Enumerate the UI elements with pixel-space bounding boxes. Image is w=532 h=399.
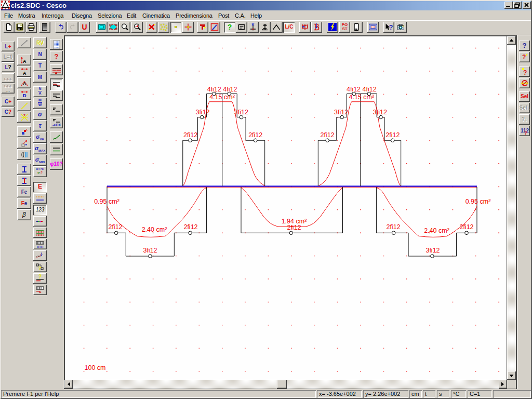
svg-text:2fi12: 2fi12 [386,223,400,231]
svg-text:?: ? [522,54,526,61]
svg-text:A: A [23,71,26,76]
svg-text:2fi12: 2fi12 [459,223,473,231]
svg-text:2fi12: 2fi12 [183,131,197,139]
svg-text:->DXF: ->DXF [52,123,61,127]
svg-text:2.40 cm²: 2.40 cm² [142,226,167,233]
svg-text:2fi12: 2fi12 [385,131,400,139]
svg-text:0.95 cm²: 0.95 cm² [94,198,119,205]
svg-text:3fi12: 3fi12 [334,109,348,116]
svg-text:4.15 cm²: 4.15 cm² [349,94,374,101]
svg-text:3fi12: 3fi12 [373,109,387,116]
svg-text:?: ? [523,69,527,76]
svg-text:3fi12: 3fi12 [195,109,209,116]
svg-text:0.95 cm²: 0.95 cm² [466,198,491,205]
svg-text:?: ? [389,23,393,31]
svg-text:4.15 cm²: 4.15 cm² [209,94,235,101]
svg-text:2fi12: 2fi12 [183,223,197,231]
svg-text:4fi12 4fi12: 4fi12 4fi12 [207,86,237,93]
svg-text:4fi12 4fi12: 4fi12 4fi12 [347,86,377,93]
svg-text:A: A [55,71,57,75]
svg-text:2.40 cm²: 2.40 cm² [424,227,449,234]
svg-text:?: ? [524,130,527,136]
svg-text:HTH: HTH [37,245,43,248]
svg-text:?: ? [38,274,42,280]
svg-text:A: A [23,58,26,63]
svg-text:2fi12: 2fi12 [287,224,301,231]
svg-text:2fi12: 2fi12 [248,131,262,139]
svg-text:?: ? [38,265,42,271]
svg-text:3fi12: 3fi12 [143,247,157,254]
svg-text:100 cm: 100 cm [85,364,106,371]
svg-text:D: D [23,93,26,98]
svg-text:3fi12: 3fi12 [234,109,248,116]
svg-text:2fi12: 2fi12 [108,223,122,231]
svg-text:3fi12: 3fi12 [425,247,440,254]
svg-text:2fi12: 2fi12 [320,131,334,139]
